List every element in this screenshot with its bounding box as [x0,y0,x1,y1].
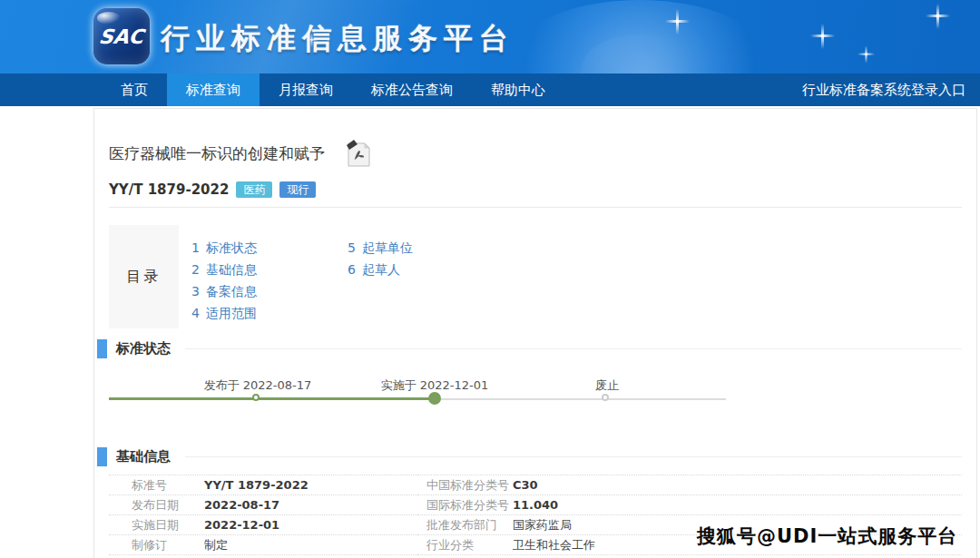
standard-title: 医疗器械唯一标识的创建和赋予 [109,143,325,164]
toc-link-scope[interactable]: 4适用范围 [191,302,348,324]
sparkle-icon [676,9,679,34]
standard-code: YY/T 1879-2022 [109,181,229,198]
toc-link-standard-status[interactable]: 1标准状态 [191,237,348,259]
toc-link-drafters[interactable]: 6起草人 [348,259,413,280]
filing-system-login-link[interactable]: 行业标准备案系统登录入口 [802,73,980,106]
nav-item-standard-query[interactable]: 标准查询 [167,73,260,106]
pdf-download-icon[interactable] [347,140,371,168]
timeline-published-label: 发布于 2022-08-17 [204,377,312,394]
site-header: SAC 行业标准信息服务平台 [0,0,980,73]
table-row: 国际标准分类号 11.040 [417,495,962,515]
timeline-published-dot [252,394,260,401]
basic-info-section-header: 基础信息 [94,447,976,466]
section-header-line [185,348,962,349]
content-panel: 医疗器械唯一标识的创建和赋予 YY/T 1879-2022 医药 现行 目录 1… [93,108,977,558]
toc-heading: 目录 [109,225,179,328]
sohu-watermark: 搜狐号@UDI一站式服务平台 [697,524,957,549]
nav-item-home[interactable]: 首页 [102,73,167,106]
nav-item-help-center[interactable]: 帮助中心 [472,73,564,106]
sparkle-icon [821,24,824,49]
title-divider [109,207,962,208]
sac-logo-text: SAC [98,25,145,48]
section-marker [97,447,107,466]
status-badge: 现行 [279,181,316,198]
section-marker [97,339,107,358]
timeline-abolished-label: 废止 [595,377,619,394]
table-of-contents: 目录 1标准状态 2基础信息 3备案信息 4适用范围 5起草单位 6起草人 [109,225,962,328]
toc-link-filing-info[interactable]: 3备案信息 [191,280,348,302]
section-header-line [185,456,962,457]
nav-item-monthly-report[interactable]: 月报查询 [260,73,352,106]
table-row: 中国标准分类号 C30 [417,475,962,495]
status-section-header: 标准状态 [94,339,976,358]
site-title: 行业标准信息服务平台 [161,19,514,59]
main-nav: 首页 标准查询 月报查询 标准公告查询 帮助中心 行业标准备案系统登录入口 [0,73,980,106]
toc-link-drafting-org[interactable]: 5起草单位 [348,237,413,259]
sparkle-icon [865,45,867,64]
toc-link-basic-info[interactable]: 2基础信息 [191,259,348,280]
status-timeline: 发布于 2022-08-17 实施于 2022-12-01 废止 [109,358,976,420]
timeline-abolished-dot [602,394,609,401]
nav-item-announcement-query[interactable]: 标准公告查询 [352,73,472,106]
timeline-implemented-dot [428,392,441,405]
industry-badge: 医药 [236,181,272,198]
sparkle-icon [936,4,939,29]
table-row: 标准号 YY/T 1879-2022 [109,475,417,495]
table-row: 发布日期 2022-08-17 [109,495,417,515]
timeline-progress-line [109,397,435,400]
table-row: 实施日期 2022-12-01 [109,515,417,535]
table-row: 制修订 制定 [109,535,417,555]
basic-info-section-title: 基础信息 [116,448,171,465]
sac-logo[interactable]: SAC [93,8,150,64]
status-section-title: 标准状态 [116,340,171,357]
